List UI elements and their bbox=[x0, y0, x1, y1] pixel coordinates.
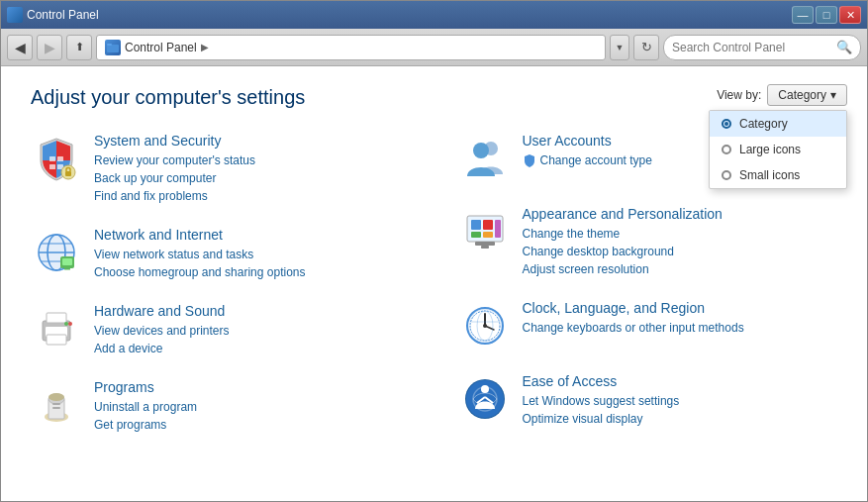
maximize-button[interactable]: □ bbox=[816, 6, 837, 24]
network-internet-link-2[interactable]: Choose homegroup and sharing options bbox=[94, 263, 420, 281]
svg-rect-33 bbox=[471, 220, 481, 230]
shield-icon bbox=[33, 135, 80, 182]
category-system-security: System and Security Review your computer… bbox=[31, 133, 420, 205]
svg-rect-34 bbox=[483, 220, 493, 230]
content-pane: Adjust your computer's settings View by:… bbox=[1, 66, 867, 501]
ease-of-access-link-2[interactable]: Optimize visual display bbox=[523, 410, 848, 428]
main-window: Control Panel — □ ✕ ◀ ▶ ⬆ Control Panel … bbox=[0, 0, 868, 502]
ease-of-access-icon bbox=[459, 373, 511, 425]
appearance-icon bbox=[459, 206, 511, 257]
system-security-title[interactable]: System and Security bbox=[94, 133, 420, 149]
svg-point-31 bbox=[473, 143, 489, 158]
window-icon bbox=[7, 7, 23, 23]
minimize-button[interactable]: — bbox=[792, 6, 814, 24]
category-clock-language: Clock, Language, and Region Change keybo… bbox=[459, 300, 848, 351]
svg-rect-38 bbox=[475, 242, 495, 246]
svg-rect-37 bbox=[495, 220, 501, 238]
system-security-link-3[interactable]: Find and fix problems bbox=[94, 187, 420, 205]
radio-large-icons bbox=[722, 145, 731, 154]
programs-link-1[interactable]: Uninstall a program bbox=[94, 398, 420, 416]
user-accounts-icon bbox=[459, 133, 511, 184]
clock-language-title[interactable]: Clock, Language, and Region bbox=[523, 300, 848, 316]
folder-icon bbox=[107, 42, 119, 53]
hardware-sound-link-2[interactable]: Add a device bbox=[94, 340, 420, 357]
svg-rect-2 bbox=[49, 164, 55, 169]
svg-rect-21 bbox=[47, 335, 66, 345]
programs-icon-svg bbox=[33, 381, 80, 429]
view-by-container: View by: Category ▾ bbox=[717, 84, 847, 106]
back-button[interactable]: ◀ bbox=[7, 35, 33, 60]
breadcrumb-text: Control Panel bbox=[125, 41, 197, 54]
search-bar: 🔍 bbox=[663, 35, 861, 60]
svg-rect-1 bbox=[107, 44, 112, 46]
network-internet-link-1[interactable]: View network status and tasks bbox=[94, 246, 420, 263]
breadcrumb-icon bbox=[105, 40, 121, 55]
svg-point-23 bbox=[68, 322, 72, 326]
system-security-icon bbox=[31, 133, 82, 184]
system-security-link-2[interactable]: Back up your computer bbox=[94, 169, 420, 187]
view-by-button[interactable]: Category ▾ bbox=[767, 84, 847, 106]
view-by-label: View by: bbox=[717, 88, 761, 102]
up-button[interactable]: ⬆ bbox=[66, 35, 92, 60]
category-appearance: Appearance and Personalization Change th… bbox=[459, 206, 848, 278]
network-internet-text: Network and Internet View network status… bbox=[94, 227, 420, 281]
category-hardware-sound: Hardware and Sound View devices and prin… bbox=[31, 303, 420, 357]
shield-small-icon bbox=[523, 153, 536, 167]
forward-button[interactable]: ▶ bbox=[37, 35, 62, 60]
programs-link-2[interactable]: Get programs bbox=[94, 416, 420, 434]
dropdown-item-large-icons[interactable]: Large icons bbox=[710, 137, 846, 162]
appearance-title[interactable]: Appearance and Personalization bbox=[523, 206, 848, 222]
svg-rect-28 bbox=[52, 403, 60, 405]
system-security-link-1[interactable]: Review your computer's status bbox=[94, 151, 420, 169]
svg-point-27 bbox=[48, 393, 64, 401]
clock-language-text: Clock, Language, and Region Change keybo… bbox=[523, 300, 848, 337]
title-bar: Control Panel — □ ✕ bbox=[1, 1, 867, 29]
dropdown-label-category: Category bbox=[739, 117, 788, 131]
appearance-text: Appearance and Personalization Change th… bbox=[523, 206, 848, 278]
network-icon bbox=[33, 229, 80, 276]
address-bar: ◀ ▶ ⬆ Control Panel ▶ ▼ ↻ 🔍 bbox=[1, 29, 867, 66]
svg-rect-35 bbox=[471, 232, 481, 238]
ease-of-access-title[interactable]: Ease of Access bbox=[523, 373, 848, 389]
svg-point-22 bbox=[64, 322, 68, 326]
dropdown-item-small-icons[interactable]: Small icons bbox=[710, 162, 846, 188]
close-button[interactable]: ✕ bbox=[839, 6, 861, 24]
hardware-sound-text: Hardware and Sound View devices and prin… bbox=[94, 303, 420, 357]
clock-language-icon bbox=[459, 300, 511, 351]
dropdown-item-category[interactable]: Category bbox=[710, 111, 846, 137]
window-title: Control Panel bbox=[27, 8, 99, 22]
svg-rect-39 bbox=[481, 246, 489, 249]
clock-icon bbox=[461, 302, 509, 350]
category-ease-of-access: Ease of Access Let Windows suggest setti… bbox=[459, 373, 848, 428]
search-input[interactable] bbox=[672, 41, 832, 54]
title-bar-left: Control Panel bbox=[7, 7, 99, 23]
category-programs: Programs Uninstall a program Get program… bbox=[31, 379, 420, 434]
hardware-sound-icon bbox=[31, 303, 82, 354]
appearance-link-1[interactable]: Change the theme bbox=[523, 225, 848, 243]
main-area: Adjust your computer's settings View by:… bbox=[1, 66, 867, 501]
dropdown-label-small-icons: Small icons bbox=[739, 168, 800, 182]
programs-title[interactable]: Programs bbox=[94, 379, 420, 395]
search-icon[interactable]: 🔍 bbox=[836, 40, 852, 54]
refresh-button[interactable]: ↻ bbox=[633, 35, 659, 60]
appearance-link-3[interactable]: Adjust screen resolution bbox=[523, 260, 848, 278]
hardware-sound-title[interactable]: Hardware and Sound bbox=[94, 303, 420, 319]
appearance-link-2[interactable]: Change desktop background bbox=[523, 243, 848, 260]
title-bar-controls: — □ ✕ bbox=[792, 6, 861, 24]
network-internet-title[interactable]: Network and Internet bbox=[94, 227, 420, 243]
svg-rect-17 bbox=[64, 268, 70, 270]
svg-rect-29 bbox=[52, 407, 60, 409]
hardware-sound-link-1[interactable]: View devices and printers bbox=[94, 322, 420, 340]
clock-language-link-1[interactable]: Change keyboards or other input methods bbox=[523, 319, 848, 337]
address-dropdown-button[interactable]: ▼ bbox=[610, 35, 629, 60]
dropdown-label-large-icons: Large icons bbox=[739, 143, 801, 156]
user-accounts-link-1[interactable]: Change account type bbox=[540, 151, 652, 169]
svg-point-46 bbox=[483, 324, 487, 328]
programs-text: Programs Uninstall a program Get program… bbox=[94, 379, 420, 434]
breadcrumb-arrow: ▶ bbox=[201, 42, 209, 52]
svg-rect-4 bbox=[49, 156, 55, 161]
left-column: System and Security Review your computer… bbox=[31, 133, 420, 455]
view-by-dropdown-menu: Category Large icons Small icons bbox=[709, 110, 847, 189]
system-security-text: System and Security Review your computer… bbox=[94, 133, 420, 205]
ease-of-access-link-1[interactable]: Let Windows suggest settings bbox=[523, 392, 848, 410]
